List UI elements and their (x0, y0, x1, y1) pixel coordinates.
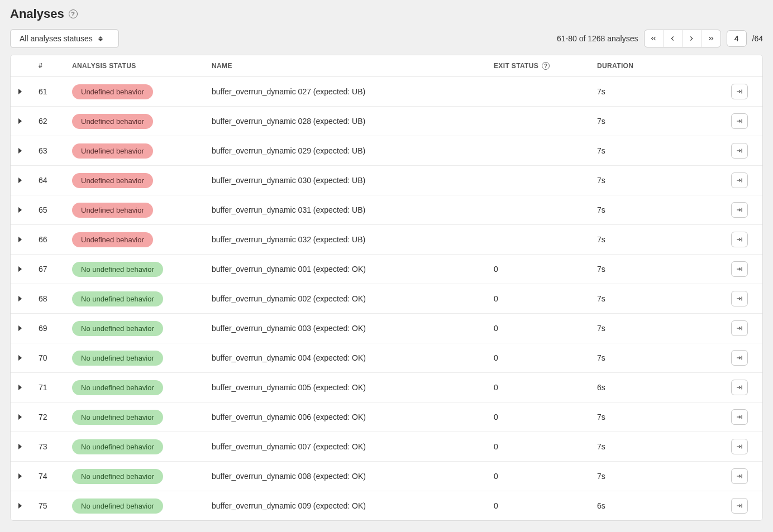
row-number: 65 (39, 205, 72, 214)
chevrons-left-icon (650, 35, 657, 42)
help-icon[interactable]: ? (542, 62, 550, 70)
open-analysis-button[interactable] (731, 409, 748, 425)
expand-row-icon[interactable] (18, 385, 22, 390)
col-num: # (39, 62, 72, 70)
expand-row-icon[interactable] (18, 296, 22, 301)
expand-row-icon[interactable] (18, 148, 22, 154)
status-badge: Undefined behavior (72, 203, 153, 218)
row-number: 75 (39, 501, 72, 510)
row-duration: 6s (597, 501, 714, 510)
enter-icon (736, 147, 743, 155)
row-name: buffer_overrun_dynamic 002 (expected: OK… (212, 294, 494, 303)
table-row[interactable]: 71No undefined behaviorbuffer_overrun_dy… (11, 373, 762, 402)
row-number: 74 (39, 472, 72, 481)
open-analysis-button[interactable] (731, 350, 748, 366)
row-number: 72 (39, 413, 72, 421)
table-row[interactable]: 70No undefined behaviorbuffer_overrun_dy… (11, 343, 762, 373)
chevron-updown-icon (98, 36, 103, 41)
enter-icon (736, 502, 743, 510)
row-duration: 7s (597, 87, 714, 96)
row-name: buffer_overrun_dynamic 029 (expected: UB… (212, 146, 494, 155)
open-analysis-button[interactable] (731, 291, 748, 306)
row-exit-status: 0 (494, 413, 597, 421)
row-number: 71 (39, 383, 72, 392)
expand-row-icon[interactable] (18, 118, 22, 124)
row-duration: 7s (597, 205, 714, 214)
col-name: NAME (212, 62, 494, 70)
status-badge: No undefined behavior (72, 499, 163, 514)
expand-row-icon[interactable] (18, 503, 22, 509)
pager-last-button[interactable] (702, 30, 720, 47)
table-row[interactable]: 61Undefined behaviorbuffer_overrun_dynam… (11, 77, 762, 107)
expand-row-icon[interactable] (18, 207, 22, 213)
row-name: buffer_overrun_dynamic 032 (expected: UB… (212, 235, 494, 244)
open-analysis-button[interactable] (731, 232, 748, 247)
open-analysis-button[interactable] (731, 498, 748, 514)
status-badge: No undefined behavior (72, 469, 163, 484)
row-number: 61 (39, 87, 72, 96)
status-filter-select[interactable]: All analyses statuses (10, 29, 119, 48)
status-badge: No undefined behavior (72, 291, 163, 306)
row-exit-status: 0 (494, 265, 597, 274)
expand-row-icon[interactable] (18, 473, 22, 479)
row-number: 62 (39, 117, 72, 126)
row-duration: 7s (597, 294, 714, 303)
row-number: 66 (39, 235, 72, 244)
table-row[interactable]: 62Undefined behaviorbuffer_overrun_dynam… (11, 107, 762, 136)
table-row[interactable]: 64Undefined behaviorbuffer_overrun_dynam… (11, 166, 762, 195)
table-row[interactable]: 63Undefined behaviorbuffer_overrun_dynam… (11, 136, 762, 166)
col-status: ANALYSIS STATUS (72, 62, 212, 70)
table-row[interactable]: 67No undefined behaviorbuffer_overrun_dy… (11, 255, 762, 284)
table-row[interactable]: 69No undefined behaviorbuffer_overrun_dy… (11, 314, 762, 343)
table-row[interactable]: 75No undefined behaviorbuffer_overrun_dy… (11, 491, 762, 520)
expand-row-icon[interactable] (18, 444, 22, 449)
table-row[interactable]: 74No undefined behaviorbuffer_overrun_dy… (11, 462, 762, 491)
pager-next-button[interactable] (683, 30, 702, 47)
table-row[interactable]: 65Undefined behaviorbuffer_overrun_dynam… (11, 195, 762, 225)
help-icon[interactable]: ? (69, 9, 78, 18)
open-analysis-button[interactable] (731, 380, 748, 395)
row-exit-status: 0 (494, 324, 597, 333)
open-analysis-button[interactable] (731, 439, 748, 454)
expand-row-icon[interactable] (18, 414, 22, 420)
open-analysis-button[interactable] (731, 172, 748, 188)
row-exit-status: 0 (494, 472, 597, 481)
enter-icon (736, 472, 743, 480)
open-analysis-button[interactable] (731, 202, 748, 218)
expand-row-icon[interactable] (18, 325, 22, 331)
open-analysis-button[interactable] (731, 261, 748, 277)
status-badge: Undefined behavior (72, 84, 153, 99)
row-name: buffer_overrun_dynamic 008 (expected: OK… (212, 472, 494, 481)
expand-row-icon[interactable] (18, 355, 22, 361)
open-analysis-button[interactable] (731, 113, 748, 129)
row-name: buffer_overrun_dynamic 006 (expected: OK… (212, 413, 494, 421)
open-analysis-button[interactable] (731, 320, 748, 336)
expand-row-icon[interactable] (18, 266, 22, 272)
open-analysis-button[interactable] (731, 468, 748, 484)
row-exit-status: 0 (494, 442, 597, 451)
enter-icon (736, 384, 743, 391)
pager-first-button[interactable] (645, 30, 664, 47)
page-title: Analyses (10, 7, 64, 21)
row-name: buffer_overrun_dynamic 031 (expected: UB… (212, 205, 494, 214)
row-number: 67 (39, 265, 72, 274)
open-analysis-button[interactable] (731, 143, 748, 159)
page-number-input[interactable] (727, 30, 747, 47)
expand-row-icon[interactable] (18, 237, 22, 242)
pagination-range: 61-80 of 1268 analyses (557, 34, 638, 43)
row-duration: 7s (597, 235, 714, 244)
col-exit: EXIT STATUS ? (494, 62, 597, 70)
pager-prev-button[interactable] (664, 30, 683, 47)
status-badge: No undefined behavior (72, 262, 163, 277)
table-row[interactable]: 68No undefined behaviorbuffer_overrun_dy… (11, 284, 762, 314)
table-row[interactable]: 73No undefined behaviorbuffer_overrun_dy… (11, 432, 762, 462)
pager-button-group (644, 30, 721, 47)
table-row[interactable]: 66Undefined behaviorbuffer_overrun_dynam… (11, 225, 762, 255)
expand-row-icon[interactable] (18, 178, 22, 183)
open-analysis-button[interactable] (731, 84, 748, 99)
expand-row-icon[interactable] (18, 89, 22, 94)
enter-icon (736, 265, 743, 273)
table-row[interactable]: 72No undefined behaviorbuffer_overrun_dy… (11, 402, 762, 432)
row-name: buffer_overrun_dynamic 007 (expected: OK… (212, 442, 494, 451)
row-duration: 6s (597, 383, 714, 392)
